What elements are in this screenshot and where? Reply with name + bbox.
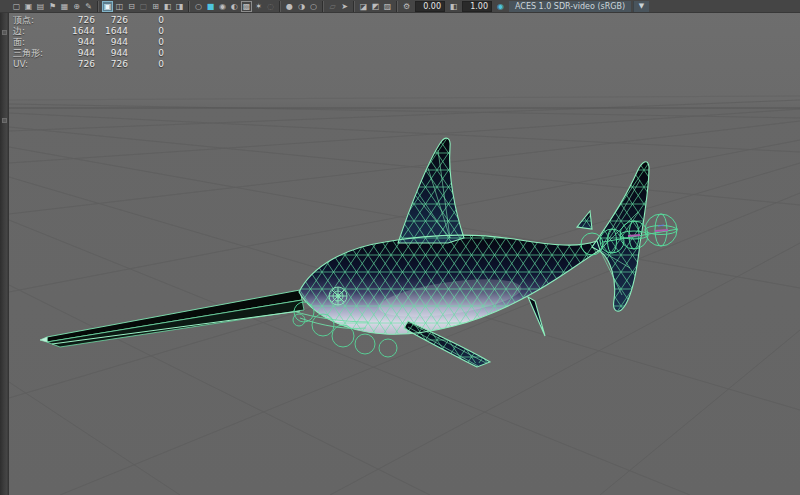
hud-value: 0 — [128, 37, 164, 48]
isolate-selected-icon[interactable]: ◑ — [296, 1, 307, 12]
film-gate-icon[interactable]: ▱ — [327, 1, 338, 12]
viewport-3d[interactable] — [0, 0, 800, 495]
layout-two-pane-icon[interactable]: ◫ — [114, 1, 125, 12]
copy-buffer-icon[interactable]: ◪ — [358, 1, 369, 12]
hud-label: 面: — [13, 37, 57, 48]
toolbar-separator — [97, 1, 99, 12]
toolbox-edge-icon[interactable] — [2, 118, 7, 123]
toolbar-separator — [353, 1, 355, 12]
exposure-gear-icon[interactable]: ⚙ — [401, 1, 412, 12]
checker-texture-icon[interactable]: ▩ — [241, 1, 252, 12]
hud-row-vertices: 顶点: 726 726 0 — [13, 15, 164, 26]
default-light-icon[interactable]: ✶ — [253, 1, 264, 12]
colorspace-value: ACES 1.0 SDR-video (sRGB) — [509, 1, 631, 12]
hud-value: 1644 — [95, 26, 128, 37]
hud-value: 1644 — [57, 26, 95, 37]
hud-label: UV: — [13, 59, 57, 70]
grease-pencil-icon[interactable]: ✎ — [83, 1, 94, 12]
toolbox-edge-strip — [0, 0, 9, 495]
layout-split-right-icon[interactable]: ◨ — [174, 1, 185, 12]
shaded-mode-icon[interactable]: ■ — [205, 1, 216, 12]
hud-row-faces: 面: 944 944 0 — [13, 37, 164, 48]
lighting-mode-icon[interactable]: ◐ — [229, 1, 240, 12]
hud-value: 726 — [95, 15, 128, 26]
layout-four-pane-icon[interactable]: ⊞ — [150, 1, 161, 12]
toolbar-separator — [188, 1, 190, 12]
xray-mode-icon[interactable]: ◌ — [265, 1, 276, 12]
eye-wireframe — [329, 287, 347, 305]
hud-value: 0 — [128, 48, 164, 59]
application-window: ▢ ▣ ▤ ⚑ ▦ ⊕ ✎ ▣ ◫ ⊟ ▢ ⊞ ◧ ◨ ○ ■ ◉ ◐ ▩ ✶ … — [0, 0, 800, 495]
color-management-icon[interactable]: ◉ — [495, 1, 506, 12]
wireframe-mode-icon[interactable]: ○ — [193, 1, 204, 12]
hud-value: 726 — [57, 15, 95, 26]
pan-zoom-2d-icon[interactable]: ⊕ — [71, 1, 82, 12]
hud-value: 0 — [128, 15, 164, 26]
bookmark-icon[interactable]: ⚑ — [47, 1, 58, 12]
isolate-all-icon[interactable]: ● — [284, 1, 295, 12]
hud-label: 顶点: — [13, 15, 57, 26]
hud-value: 726 — [57, 59, 95, 70]
hud-value: 0 — [128, 59, 164, 70]
hud-value: 944 — [57, 48, 95, 59]
hud-row-triangles: 三角形: 944 944 0 — [13, 48, 164, 59]
camera-attributes-icon[interactable]: ▤ — [35, 1, 46, 12]
textured-mode-icon[interactable]: ◉ — [217, 1, 228, 12]
image-plane-icon[interactable]: ▦ — [59, 1, 70, 12]
toolbar-separator — [279, 1, 281, 12]
chevron-down-icon[interactable]: ▼ — [633, 1, 649, 12]
hud-label: 边: — [13, 26, 57, 37]
select-camera-icon[interactable]: ▢ — [11, 1, 22, 12]
select-cursor-icon[interactable]: ➤ — [339, 1, 350, 12]
hud-value: 944 — [95, 48, 128, 59]
snapshot-icon[interactable]: ▨ — [382, 1, 393, 12]
exposure-field[interactable]: 0.00 — [415, 1, 445, 12]
poly-count-hud: 顶点: 726 726 0 边: 1644 1644 0 面: 944 944 … — [13, 15, 164, 70]
panel-toolbar: ▢ ▣ ▤ ⚑ ▦ ⊕ ✎ ▣ ◫ ⊟ ▢ ⊞ ◧ ◨ ○ ■ ◉ ◐ ▩ ✶ … — [0, 0, 800, 13]
hud-value: 944 — [57, 37, 95, 48]
layout-single-pane-icon[interactable]: ▣ — [102, 1, 113, 12]
hud-row-edges: 边: 1644 1644 0 — [13, 26, 164, 37]
isolate-none-icon[interactable]: ○ — [308, 1, 319, 12]
layout-inset-icon[interactable]: ▢ — [138, 1, 149, 12]
gamma-field[interactable]: 1.00 — [462, 1, 492, 12]
hud-row-uvs: UV: 726 726 0 — [13, 59, 164, 70]
lock-camera-icon[interactable]: ▣ — [23, 1, 34, 12]
layout-split-left-icon[interactable]: ◧ — [162, 1, 173, 12]
colorspace-dropdown[interactable]: ACES 1.0 SDR-video (sRGB) ▼ — [509, 1, 649, 12]
gamma-icon[interactable]: ◧ — [448, 1, 459, 12]
paste-buffer-icon[interactable]: ◩ — [370, 1, 381, 12]
layout-two-stacked-icon[interactable]: ⊟ — [126, 1, 137, 12]
toolbox-edge-icon[interactable] — [2, 30, 7, 35]
hud-label: 三角形: — [13, 48, 57, 59]
toolbar-separator — [322, 1, 324, 12]
hud-value: 0 — [128, 26, 164, 37]
toolbar-separator — [396, 1, 398, 12]
hud-value: 726 — [95, 59, 128, 70]
hud-value: 944 — [95, 37, 128, 48]
